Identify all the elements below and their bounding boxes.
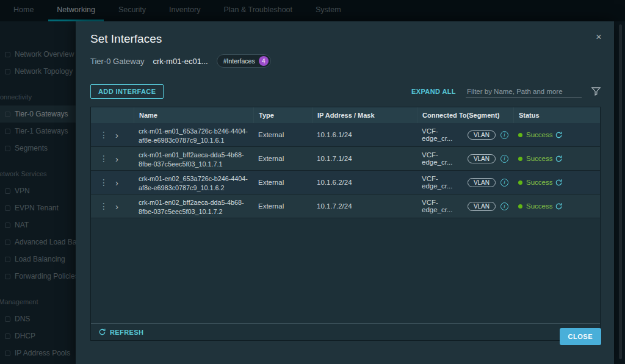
refresh-status-icon[interactable] — [555, 179, 563, 187]
interface-ip: 10.1.7.1/24 — [312, 147, 417, 170]
page-scrollbar[interactable] — [619, 24, 622, 359]
interfaces-count-badge[interactable]: #Interfaces 4 — [217, 54, 271, 68]
table-header: Name Type IP Address / Mask Connected To… — [91, 107, 600, 123]
info-icon[interactable]: i — [500, 202, 508, 210]
table-footer: REFRESH 1 - 4 of 4 — [91, 323, 600, 340]
refresh-icon — [98, 328, 106, 336]
row-expand-chevron-icon[interactable]: › — [115, 130, 118, 140]
table-controls: ADD INTERFACE EXPAND ALL — [90, 82, 601, 101]
info-icon[interactable]: i — [500, 131, 508, 139]
row-expand-chevron-icon[interactable]: › — [115, 178, 118, 187]
interface-name: crk-m01-en01_bff2aeca-dda5-4b68-8fbe-037… — [134, 147, 253, 170]
interface-name: crk-m01-en01_653a726c-b246-4404-af8e-e69… — [134, 123, 253, 146]
col-ip-mask[interactable]: IP Address / Mask — [312, 107, 417, 123]
vlan-badge: VLAN — [468, 202, 496, 211]
gateway-label: Tier-0 Gateway — [90, 57, 144, 66]
modal-title: Set Interfaces — [90, 32, 162, 46]
interface-ip: 10.1.7.2/24 — [312, 194, 417, 218]
status-dot — [518, 133, 522, 137]
interface-type: External — [253, 123, 312, 146]
col-type[interactable]: Type — [253, 107, 312, 123]
filter-input[interactable] — [466, 85, 582, 98]
interfaces-count: 4 — [259, 56, 269, 66]
refresh-link[interactable]: REFRESH — [98, 328, 143, 336]
nsx-manager-screen: Home Networking Security Inventory Plan … — [0, 0, 625, 364]
add-interface-button[interactable]: ADD INTERFACE — [90, 84, 164, 99]
filter-icon[interactable] — [591, 87, 601, 96]
interface-name: crk-m01-en02_653a726c-b246-4404-af8e-e69… — [134, 171, 253, 194]
status-text[interactable]: Success — [526, 131, 552, 138]
row-menu-icon[interactable]: ⋮ — [99, 130, 108, 140]
connected-segment[interactable]: VCF-edge_cr... — [422, 151, 463, 166]
vlan-badge: VLAN — [468, 178, 496, 187]
status-text[interactable]: Success — [526, 155, 552, 162]
connected-segment[interactable]: VCF-edge_cr... — [422, 127, 463, 142]
connected-segment[interactable]: VCF-edge_cr... — [422, 175, 463, 190]
refresh-status-icon[interactable] — [555, 155, 563, 163]
row-menu-icon[interactable]: ⋮ — [99, 177, 108, 187]
status-dot — [518, 157, 522, 161]
status-text[interactable]: Success — [526, 202, 552, 210]
interface-type: External — [253, 171, 312, 194]
gateway-value: crk-m01-ec01... — [153, 57, 208, 66]
interface-ip: 10.1.6.1/24 — [312, 123, 417, 146]
col-connected-to[interactable]: Connected To(Segment) — [417, 107, 513, 123]
status-dot — [518, 180, 522, 185]
connected-segment[interactable]: VCF-edge_cr... — [422, 199, 463, 213]
col-status[interactable]: Status — [513, 107, 600, 123]
vlan-badge: VLAN — [468, 154, 496, 163]
table-empty-area — [91, 218, 600, 323]
close-button[interactable]: CLOSE — [560, 328, 601, 345]
interface-name: crk-m01-en02_bff2aeca-dda5-4b68-8fbe-037… — [134, 194, 253, 218]
table-row[interactable]: ⋮ › crk-m01-en02_bff2aeca-dda5-4b68-8fbe… — [91, 194, 600, 218]
info-icon[interactable]: i — [500, 155, 508, 163]
gateway-info-row: Tier-0 Gateway crk-m01-ec01... #Interfac… — [90, 54, 271, 68]
table-row[interactable]: ⋮ › crk-m01-en01_bff2aeca-dda5-4b68-8fbe… — [91, 147, 600, 171]
row-expand-chevron-icon[interactable]: › — [115, 154, 118, 163]
refresh-status-icon[interactable] — [555, 131, 563, 139]
status-text[interactable]: Success — [526, 179, 552, 186]
col-name[interactable]: Name — [134, 107, 253, 123]
vlan-badge: VLAN — [468, 130, 496, 140]
close-icon[interactable]: × — [596, 31, 602, 43]
interface-type: External — [253, 147, 312, 170]
refresh-status-icon[interactable] — [555, 202, 563, 210]
col-select — [91, 107, 134, 123]
interfaces-table: Name Type IP Address / Mask Connected To… — [90, 107, 601, 341]
table-row[interactable]: ⋮ › crk-m01-en01_653a726c-b246-4404-af8e… — [91, 123, 600, 147]
row-expand-chevron-icon[interactable]: › — [115, 202, 118, 211]
interface-ip: 10.1.6.2/24 — [312, 171, 417, 194]
row-menu-icon[interactable]: ⋮ — [99, 154, 108, 163]
status-dot — [518, 204, 522, 209]
refresh-label: REFRESH — [110, 329, 143, 336]
interfaces-badge-label: #Interfaces — [223, 57, 255, 65]
row-menu-icon[interactable]: ⋮ — [99, 201, 108, 211]
table-row[interactable]: ⋮ › crk-m01-en02_653a726c-b246-4404-af8e… — [91, 171, 600, 194]
interface-type: External — [253, 194, 312, 218]
info-icon[interactable]: i — [500, 179, 508, 187]
expand-all-link[interactable]: EXPAND ALL — [411, 88, 456, 95]
set-interfaces-modal: Set Interfaces × Tier-0 Gateway crk-m01-… — [76, 21, 614, 364]
